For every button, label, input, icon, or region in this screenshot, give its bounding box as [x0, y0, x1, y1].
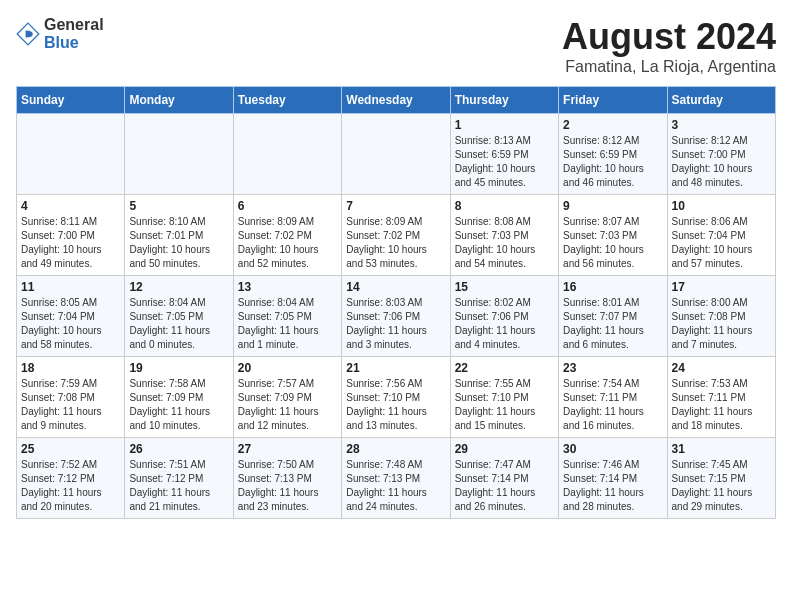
cell-content: Sunrise: 8:03 AM Sunset: 7:06 PM Dayligh… — [346, 296, 445, 352]
day-number: 7 — [346, 199, 445, 213]
day-number: 9 — [563, 199, 662, 213]
calendar-cell: 23Sunrise: 7:54 AM Sunset: 7:11 PM Dayli… — [559, 357, 667, 438]
day-number: 1 — [455, 118, 554, 132]
day-number: 23 — [563, 361, 662, 375]
calendar-cell: 18Sunrise: 7:59 AM Sunset: 7:08 PM Dayli… — [17, 357, 125, 438]
logo-blue: Blue — [44, 34, 104, 52]
calendar-cell: 1Sunrise: 8:13 AM Sunset: 6:59 PM Daylig… — [450, 114, 558, 195]
calendar-cell: 24Sunrise: 7:53 AM Sunset: 7:11 PM Dayli… — [667, 357, 775, 438]
column-header-sunday: Sunday — [17, 87, 125, 114]
column-header-thursday: Thursday — [450, 87, 558, 114]
cell-content: Sunrise: 8:07 AM Sunset: 7:03 PM Dayligh… — [563, 215, 662, 271]
cell-content: Sunrise: 7:54 AM Sunset: 7:11 PM Dayligh… — [563, 377, 662, 433]
cell-content: Sunrise: 8:12 AM Sunset: 6:59 PM Dayligh… — [563, 134, 662, 190]
calendar-header-row: SundayMondayTuesdayWednesdayThursdayFrid… — [17, 87, 776, 114]
day-number: 27 — [238, 442, 337, 456]
calendar-table: SundayMondayTuesdayWednesdayThursdayFrid… — [16, 86, 776, 519]
cell-content: Sunrise: 8:06 AM Sunset: 7:04 PM Dayligh… — [672, 215, 771, 271]
day-number: 12 — [129, 280, 228, 294]
calendar-cell: 29Sunrise: 7:47 AM Sunset: 7:14 PM Dayli… — [450, 438, 558, 519]
title-area: August 2024 Famatina, La Rioja, Argentin… — [562, 16, 776, 76]
calendar-cell: 7Sunrise: 8:09 AM Sunset: 7:02 PM Daylig… — [342, 195, 450, 276]
calendar-cell: 14Sunrise: 8:03 AM Sunset: 7:06 PM Dayli… — [342, 276, 450, 357]
calendar-cell: 20Sunrise: 7:57 AM Sunset: 7:09 PM Dayli… — [233, 357, 341, 438]
day-number: 20 — [238, 361, 337, 375]
calendar-cell — [342, 114, 450, 195]
logo-general: General — [44, 16, 104, 34]
day-number: 28 — [346, 442, 445, 456]
day-number: 2 — [563, 118, 662, 132]
calendar-body: 1Sunrise: 8:13 AM Sunset: 6:59 PM Daylig… — [17, 114, 776, 519]
calendar-cell: 9Sunrise: 8:07 AM Sunset: 7:03 PM Daylig… — [559, 195, 667, 276]
cell-content: Sunrise: 8:01 AM Sunset: 7:07 PM Dayligh… — [563, 296, 662, 352]
cell-content: Sunrise: 7:46 AM Sunset: 7:14 PM Dayligh… — [563, 458, 662, 514]
cell-content: Sunrise: 8:04 AM Sunset: 7:05 PM Dayligh… — [129, 296, 228, 352]
cell-content: Sunrise: 8:09 AM Sunset: 7:02 PM Dayligh… — [346, 215, 445, 271]
day-number: 24 — [672, 361, 771, 375]
logo-icon — [16, 22, 40, 46]
day-number: 31 — [672, 442, 771, 456]
calendar-cell: 28Sunrise: 7:48 AM Sunset: 7:13 PM Dayli… — [342, 438, 450, 519]
day-number: 11 — [21, 280, 120, 294]
header: General Blue August 2024 Famatina, La Ri… — [16, 16, 776, 76]
calendar-cell: 10Sunrise: 8:06 AM Sunset: 7:04 PM Dayli… — [667, 195, 775, 276]
calendar-week-3: 11Sunrise: 8:05 AM Sunset: 7:04 PM Dayli… — [17, 276, 776, 357]
main-title: August 2024 — [562, 16, 776, 58]
day-number: 29 — [455, 442, 554, 456]
calendar-cell: 11Sunrise: 8:05 AM Sunset: 7:04 PM Dayli… — [17, 276, 125, 357]
subtitle: Famatina, La Rioja, Argentina — [562, 58, 776, 76]
cell-content: Sunrise: 8:11 AM Sunset: 7:00 PM Dayligh… — [21, 215, 120, 271]
calendar-cell: 21Sunrise: 7:56 AM Sunset: 7:10 PM Dayli… — [342, 357, 450, 438]
calendar-cell: 15Sunrise: 8:02 AM Sunset: 7:06 PM Dayli… — [450, 276, 558, 357]
column-header-wednesday: Wednesday — [342, 87, 450, 114]
calendar-cell — [233, 114, 341, 195]
cell-content: Sunrise: 8:04 AM Sunset: 7:05 PM Dayligh… — [238, 296, 337, 352]
cell-content: Sunrise: 7:48 AM Sunset: 7:13 PM Dayligh… — [346, 458, 445, 514]
calendar-week-5: 25Sunrise: 7:52 AM Sunset: 7:12 PM Dayli… — [17, 438, 776, 519]
cell-content: Sunrise: 8:02 AM Sunset: 7:06 PM Dayligh… — [455, 296, 554, 352]
day-number: 16 — [563, 280, 662, 294]
day-number: 17 — [672, 280, 771, 294]
day-number: 13 — [238, 280, 337, 294]
calendar-cell: 3Sunrise: 8:12 AM Sunset: 7:00 PM Daylig… — [667, 114, 775, 195]
cell-content: Sunrise: 8:00 AM Sunset: 7:08 PM Dayligh… — [672, 296, 771, 352]
day-number: 4 — [21, 199, 120, 213]
cell-content: Sunrise: 8:13 AM Sunset: 6:59 PM Dayligh… — [455, 134, 554, 190]
cell-content: Sunrise: 8:12 AM Sunset: 7:00 PM Dayligh… — [672, 134, 771, 190]
day-number: 10 — [672, 199, 771, 213]
column-header-saturday: Saturday — [667, 87, 775, 114]
calendar-cell — [125, 114, 233, 195]
cell-content: Sunrise: 8:08 AM Sunset: 7:03 PM Dayligh… — [455, 215, 554, 271]
day-number: 19 — [129, 361, 228, 375]
day-number: 5 — [129, 199, 228, 213]
cell-content: Sunrise: 7:47 AM Sunset: 7:14 PM Dayligh… — [455, 458, 554, 514]
calendar-cell: 8Sunrise: 8:08 AM Sunset: 7:03 PM Daylig… — [450, 195, 558, 276]
day-number: 30 — [563, 442, 662, 456]
cell-content: Sunrise: 7:50 AM Sunset: 7:13 PM Dayligh… — [238, 458, 337, 514]
logo: General Blue — [16, 16, 104, 51]
calendar-week-2: 4Sunrise: 8:11 AM Sunset: 7:00 PM Daylig… — [17, 195, 776, 276]
cell-content: Sunrise: 8:09 AM Sunset: 7:02 PM Dayligh… — [238, 215, 337, 271]
cell-content: Sunrise: 7:55 AM Sunset: 7:10 PM Dayligh… — [455, 377, 554, 433]
calendar-cell: 26Sunrise: 7:51 AM Sunset: 7:12 PM Dayli… — [125, 438, 233, 519]
calendar-week-4: 18Sunrise: 7:59 AM Sunset: 7:08 PM Dayli… — [17, 357, 776, 438]
calendar-cell — [17, 114, 125, 195]
cell-content: Sunrise: 7:57 AM Sunset: 7:09 PM Dayligh… — [238, 377, 337, 433]
column-header-friday: Friday — [559, 87, 667, 114]
calendar-cell: 12Sunrise: 8:04 AM Sunset: 7:05 PM Dayli… — [125, 276, 233, 357]
calendar-cell: 2Sunrise: 8:12 AM Sunset: 6:59 PM Daylig… — [559, 114, 667, 195]
calendar-cell: 22Sunrise: 7:55 AM Sunset: 7:10 PM Dayli… — [450, 357, 558, 438]
cell-content: Sunrise: 7:51 AM Sunset: 7:12 PM Dayligh… — [129, 458, 228, 514]
column-header-tuesday: Tuesday — [233, 87, 341, 114]
day-number: 21 — [346, 361, 445, 375]
calendar-cell: 17Sunrise: 8:00 AM Sunset: 7:08 PM Dayli… — [667, 276, 775, 357]
calendar-cell: 19Sunrise: 7:58 AM Sunset: 7:09 PM Dayli… — [125, 357, 233, 438]
calendar-cell: 5Sunrise: 8:10 AM Sunset: 7:01 PM Daylig… — [125, 195, 233, 276]
cell-content: Sunrise: 7:52 AM Sunset: 7:12 PM Dayligh… — [21, 458, 120, 514]
cell-content: Sunrise: 8:10 AM Sunset: 7:01 PM Dayligh… — [129, 215, 228, 271]
calendar-cell: 30Sunrise: 7:46 AM Sunset: 7:14 PM Dayli… — [559, 438, 667, 519]
calendar-cell: 31Sunrise: 7:45 AM Sunset: 7:15 PM Dayli… — [667, 438, 775, 519]
day-number: 3 — [672, 118, 771, 132]
day-number: 26 — [129, 442, 228, 456]
day-number: 8 — [455, 199, 554, 213]
